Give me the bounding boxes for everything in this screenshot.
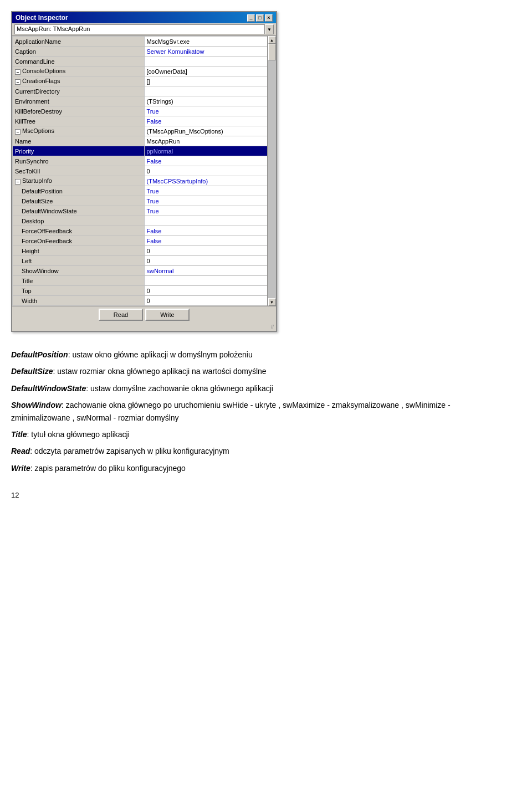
scroll-thumb[interactable] — [268, 44, 276, 60]
scroll-up-button[interactable]: ▲ — [268, 36, 276, 44]
prop-name-desktop[interactable]: Desktop — [13, 216, 145, 226]
minimize-button[interactable]: _ — [247, 14, 255, 22]
prop-name-caption[interactable]: Caption — [13, 47, 145, 57]
read-button[interactable]: Read — [99, 309, 143, 321]
table-wrapper: ApplicationNameMscMsgSvr.exeCaptionSerwe… — [12, 36, 276, 306]
prop-value-killbeforedestroy[interactable]: True — [144, 106, 276, 116]
description-term: Read — [11, 447, 30, 455]
prop-value-consoleoptions[interactable]: [coOwnerData] — [144, 66, 276, 76]
scroll-down-button[interactable]: ▼ — [268, 298, 276, 306]
prop-name-startupinfo[interactable]: −StartupInfo — [13, 176, 145, 186]
maximize-button[interactable]: □ — [256, 14, 264, 22]
resize-grip[interactable]: // — [12, 323, 276, 331]
prop-name-top[interactable]: Top — [13, 286, 145, 296]
prop-value-mscoptions[interactable]: (TMscAppRun_MscOptions) — [144, 126, 276, 136]
close-button[interactable]: × — [265, 14, 273, 22]
prop-name-applicationname[interactable]: ApplicationName — [13, 37, 145, 47]
prop-value-name[interactable]: MscAppRun — [144, 136, 276, 146]
prop-value-defaultposition[interactable]: True — [144, 186, 276, 196]
prop-name-environment[interactable]: Environment — [13, 96, 145, 106]
prop-name-priority[interactable]: Priority — [13, 146, 145, 156]
prop-name-runsynchro[interactable]: RunSynchro — [13, 156, 145, 166]
prop-value-currentdirectory[interactable] — [144, 86, 276, 96]
prop-value-startupinfo[interactable]: (TMscCPSStartupInfo) — [144, 176, 276, 186]
prop-value-runsynchro[interactable]: False — [144, 156, 276, 166]
prop-value-forceofffeedback[interactable]: False — [144, 226, 276, 236]
prop-value-environment[interactable]: (TStrings) — [144, 96, 276, 106]
prop-value-defaultsize[interactable]: True — [144, 196, 276, 206]
prop-name-commandline[interactable]: CommandLine — [13, 57, 145, 66]
expand-icon-consoleoptions[interactable]: − — [15, 69, 21, 75]
title-bar-buttons: _ □ × — [247, 14, 273, 22]
page-number: 12 — [11, 491, 521, 499]
expand-icon-mscoptions[interactable]: − — [15, 129, 21, 135]
expand-icon-creationflags[interactable]: − — [15, 79, 21, 85]
description-item: Title: tytuł okna głównego aplikacji — [11, 428, 510, 441]
object-inspector-window: Object Inspector _ □ × MscAppRun: TMscAp… — [11, 11, 277, 332]
prop-value-sectokill[interactable]: 0 — [144, 166, 276, 176]
prop-value-creationflags[interactable]: [] — [144, 76, 276, 86]
description-term: DefaultPosition — [11, 350, 68, 359]
prop-name-defaultwindowstate[interactable]: DefaultWindowState — [13, 206, 145, 216]
prop-name-sectokill[interactable]: SecToKill — [13, 166, 145, 176]
description-item: DefaultSize: ustaw rozmiar okna głównego… — [11, 365, 510, 377]
description-item: DefaultWindowState: ustaw domyślne zacho… — [11, 382, 510, 395]
prop-name-killtree[interactable]: KillTree — [13, 116, 145, 126]
prop-value-left[interactable]: 0 — [144, 256, 276, 266]
vertical-scrollbar[interactable]: ▲ ▼ — [267, 36, 276, 306]
prop-name-creationflags[interactable]: −CreationFlags — [13, 76, 145, 86]
prop-name-height[interactable]: Height — [13, 246, 145, 256]
instance-dropdown[interactable]: ▼ — [265, 24, 274, 34]
prop-name-title[interactable]: Title — [13, 276, 145, 286]
prop-name-forceonfeedback[interactable]: ForceOnFeedback — [13, 236, 145, 246]
properties-table: ApplicationNameMscMsgSvr.exeCaptionSerwe… — [12, 36, 276, 306]
title-bar: Object Inspector _ □ × — [12, 12, 276, 23]
description-item: DefaultPosition: ustaw okno główne aplik… — [11, 349, 510, 361]
instance-bar: MscAppRun: TMscAppRun ▼ — [12, 23, 276, 36]
prop-value-caption[interactable]: Serwer Komunikatow — [144, 47, 276, 57]
prop-name-name[interactable]: Name — [13, 136, 145, 146]
expand-icon-startupinfo[interactable]: − — [15, 179, 21, 185]
prop-name-defaultsize[interactable]: DefaultSize — [13, 196, 145, 206]
prop-value-commandline[interactable] — [144, 57, 276, 66]
prop-value-applicationname[interactable]: MscMsgSvr.exe — [144, 37, 276, 47]
prop-value-defaultwindowstate[interactable]: True — [144, 206, 276, 216]
bottom-buttons-area: Read Write — [12, 306, 276, 323]
props-area: ApplicationNameMscMsgSvr.exeCaptionSerwe… — [12, 36, 276, 306]
prop-name-defaultposition[interactable]: DefaultPosition — [13, 186, 145, 196]
description-term: DefaultWindowState — [11, 384, 86, 393]
prop-name-currentdirectory[interactable]: CurrentDirectory — [13, 86, 145, 96]
prop-value-height[interactable]: 0 — [144, 246, 276, 256]
prop-value-priority[interactable]: ppNormal — [144, 146, 276, 156]
write-button[interactable]: Write — [145, 309, 190, 321]
prop-value-killtree[interactable]: False — [144, 116, 276, 126]
description-term: ShowWindow — [11, 401, 62, 409]
scroll-track[interactable] — [268, 44, 276, 298]
description-term: DefaultSize — [11, 367, 53, 376]
description-item: ShowWindow: zachowanie okna głównego po … — [11, 399, 510, 424]
description-area: DefaultPosition: ustaw okno główne aplik… — [11, 349, 510, 474]
prop-value-width[interactable]: 0 — [144, 296, 276, 306]
prop-value-forceonfeedback[interactable]: False — [144, 236, 276, 246]
prop-name-width[interactable]: Width — [13, 296, 145, 306]
description-term: Title — [11, 430, 27, 439]
prop-value-title[interactable] — [144, 276, 276, 286]
prop-value-top[interactable]: 0 — [144, 286, 276, 296]
instance-select[interactable]: MscAppRun: TMscAppRun — [14, 24, 265, 34]
description-item: Read: odczyta parametrów zapisanych w pl… — [11, 445, 510, 457]
prop-name-showwindow[interactable]: ShowWindow — [13, 266, 145, 276]
description-item: Write: zapis parametrów do pliku konfigu… — [11, 462, 510, 474]
window-title: Object Inspector — [16, 14, 68, 22]
prop-name-consoleoptions[interactable]: −ConsoleOptions — [13, 66, 145, 76]
description-term: Write — [11, 464, 30, 473]
prop-value-desktop[interactable] — [144, 216, 276, 226]
prop-name-mscoptions[interactable]: −MscOptions — [13, 126, 145, 136]
prop-name-left[interactable]: Left — [13, 256, 145, 266]
prop-value-showwindow[interactable]: swNormal — [144, 266, 276, 276]
prop-name-killbeforedestroy[interactable]: KillBeforeDestroy — [13, 106, 145, 116]
prop-name-forceofffeedback[interactable]: ForceOffFeedback — [13, 226, 145, 236]
